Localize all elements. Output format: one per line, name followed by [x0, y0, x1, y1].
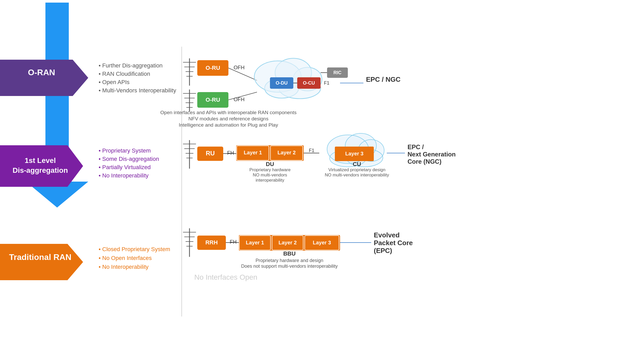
oran-bullet1: • Further Dis-aggregation	[99, 62, 162, 69]
first-level-chevron	[0, 145, 83, 187]
oran-bullet3: • Open APIs	[99, 79, 130, 85]
rrh-label: RRH	[205, 239, 218, 246]
layer3-label-trad: Layer 3	[313, 240, 331, 245]
layer1-label-1st: Layer 1	[244, 150, 262, 155]
first-bullet4: • No Interoperability	[99, 172, 148, 179]
traditional-label: Traditional RAN	[9, 252, 71, 262]
cu-desc1: Virtualized proprietary design	[328, 167, 385, 172]
du-label: DU	[266, 161, 274, 167]
traditional-chevron	[0, 244, 83, 280]
first-bullet1: • Proprietary System	[99, 147, 151, 154]
fh-label-1st: FH	[227, 150, 234, 156]
cu-label: CU	[353, 161, 361, 167]
oran-bullet2: • RAN Cloudification	[99, 71, 150, 77]
epc-trad-label1: Evolved	[374, 231, 400, 239]
ric-label: RIC	[334, 70, 342, 75]
first-bullet3: • Partially Virtualized	[99, 164, 151, 170]
first-level-label2: Dis-aggregation	[12, 166, 68, 174]
epc-trad-label3: (EPC)	[374, 247, 392, 255]
oru1-label: O-RU	[206, 65, 220, 71]
du-desc3: interoperability	[256, 178, 284, 183]
du-desc1: Proprietary hardware	[249, 167, 291, 172]
oran-desc1: Open interfaces and APIs with interopera…	[160, 110, 297, 115]
no-interfaces-label: No Interfaces Open	[194, 273, 257, 281]
oran-desc3: Intelligence and automation for Plug and…	[179, 122, 278, 128]
bbu-label: BBU	[283, 250, 296, 257]
cu-desc2: NO multi-vendors interoperability	[325, 173, 389, 177]
ru-label: RU	[206, 150, 215, 157]
trad-bullet3: • No Interoperability	[99, 264, 148, 270]
first-level-label1: 1st Level	[25, 156, 56, 164]
epc-oran-label: EPC / NGC	[366, 75, 401, 83]
epc-trad-label2: Packet Core	[374, 239, 413, 247]
trad-bullet1: • Closed Proprietary System	[99, 246, 170, 252]
antenna-oran-1	[183, 58, 196, 86]
antenna-oran-2	[183, 90, 196, 112]
bbu-desc1: Proprietary hardware and design	[255, 258, 323, 263]
epc-1st-label2: Next Generation	[408, 151, 456, 158]
oran-chevron	[0, 60, 88, 96]
epc-1st-label3: Core (NGC)	[408, 158, 442, 165]
epc-1st-label1: EPC /	[408, 143, 424, 150]
ofh1-label: OFH	[234, 65, 245, 70]
f1-label-1st: F1	[309, 148, 314, 153]
antenna-1st	[183, 140, 196, 169]
layer1-label-trad: Layer 1	[246, 240, 264, 245]
oran-bullet4: • Multi-Vendors Interoperability	[99, 87, 176, 94]
layer2-label-1st: Layer 2	[277, 150, 296, 155]
trad-bullet2: • No Open Interfaces	[99, 255, 152, 261]
fh-label-trad: FH	[230, 239, 237, 245]
odu-label: O-DU	[276, 80, 288, 86]
bbu-desc2: Does not support multi-vendors interoper…	[241, 264, 338, 269]
du-desc2: NO multi-vendors	[253, 173, 287, 177]
oru2-label: O-RU	[206, 97, 220, 103]
layer2-label-trad: Layer 2	[279, 240, 297, 245]
oran-desc2: NFV modules and reference designs	[188, 116, 268, 121]
f1-label-oran: F1	[324, 80, 329, 86]
layer3-label-1st: Layer 3	[345, 151, 363, 156]
antenna-trad	[183, 228, 196, 257]
first-bullet2: • Some Dis-aggregation	[99, 156, 159, 162]
oran-label: O-RAN	[28, 68, 55, 77]
ofh2-label: OFH	[234, 97, 245, 102]
ocu-label: O-CU	[303, 80, 315, 86]
